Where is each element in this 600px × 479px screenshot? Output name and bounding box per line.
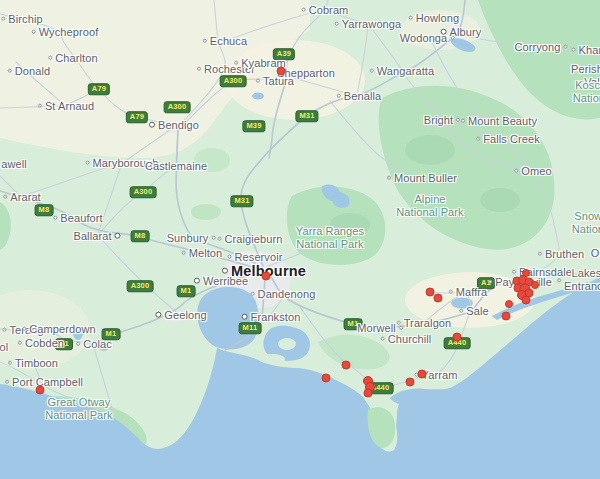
poi-marker[interactable]: [502, 312, 511, 321]
poi-marker[interactable]: [262, 272, 271, 281]
water-waranga-basin: [252, 93, 264, 100]
poi-marker[interactable]: [406, 378, 415, 387]
water-port-phillip-bay: [197, 287, 258, 349]
poi-marker[interactable]: [531, 281, 539, 289]
poi-marker[interactable]: [453, 333, 462, 342]
poi-marker[interactable]: [36, 386, 45, 395]
poi-marker[interactable]: [277, 67, 286, 76]
french-island: [278, 338, 296, 350]
map-canvas[interactable]: A79A79A300A300A39M31M39M31A300M8M8A300M1…: [0, 0, 600, 479]
poi-marker[interactable]: [322, 374, 331, 383]
poi-marker[interactable]: [505, 300, 513, 308]
poi-marker[interactable]: [434, 294, 443, 303]
poi-marker[interactable]: [342, 361, 351, 370]
map-terrain: [0, 0, 600, 479]
phillip-island: [259, 354, 285, 364]
water-corner-inlet: [390, 388, 437, 406]
poi-marker[interactable]: [364, 389, 373, 398]
water-lake-corangamite: [73, 326, 83, 340]
poi-marker[interactable]: [522, 296, 531, 305]
poi-marker[interactable]: [418, 370, 427, 379]
